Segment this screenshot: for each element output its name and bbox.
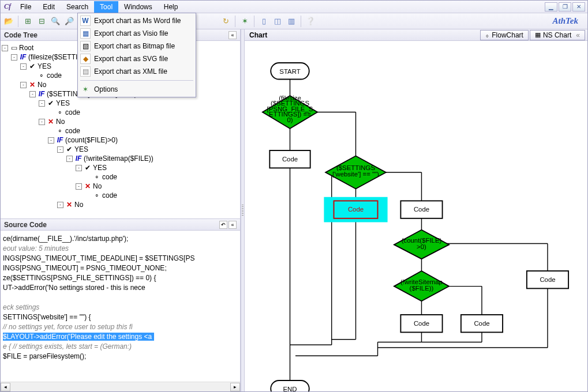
svg-text:START: START [279,68,300,75]
horizontal-scrollbar[interactable]: ◂ ▸ [1,382,240,391]
x-icon: ✕ [28,80,36,89]
scroll-right-button[interactable]: ▸ [230,383,240,391]
expander-icon[interactable]: - [57,202,63,208]
menu-options[interactable]: ✶Options [78,83,196,96]
menu-export-bitmap[interactable]: ▧Export chart as Bitmap file [78,40,196,52]
tree-row[interactable]: ∘code [2,126,239,135]
tree-row[interactable]: -✕No [2,200,239,209]
menu-item-label: Export chart as Bitmap file [94,42,175,50]
open-icon[interactable]: 📂 [3,16,14,27]
menu-item-label: Export chart as XML file [94,67,167,76]
help-icon[interactable]: ❔ [305,16,316,27]
chart-canvas[interactable]: START (filesize ($SETTINGS [PSNG_FILE_S … [245,41,587,391]
expander-icon[interactable]: - [39,119,45,125]
check-icon: ✔ [47,99,55,108]
pane-collapse-button[interactable]: « [229,31,237,39]
refresh-icon[interactable]: ↻ [220,16,231,27]
if-icon: IF [38,89,46,99]
expander-icon[interactable]: - [48,137,54,144]
tree-label: (count($FILE)>0) [65,135,118,145]
svg-text:Code: Code [348,206,364,213]
vertical-splitter[interactable] [241,29,245,391]
tab-flowchart[interactable]: ⬨FlowChart [480,30,529,40]
expander-icon[interactable]: - [2,45,8,51]
expander-icon[interactable]: - [76,165,82,171]
tree-row[interactable]: ∘code [2,191,239,200]
brand-label: AthTek [553,16,585,26]
chart-pane-title: Chart [245,31,267,39]
settings-icon[interactable]: ✶ [239,16,250,27]
tree-row[interactable]: -✔YES [2,99,239,108]
expander-icon[interactable]: - [66,156,73,162]
tree-row[interactable]: -✕No [2,182,239,191]
scroll-left-button[interactable]: ◂ [1,383,10,391]
tool-menu-dropdown: WExport chart as Ms Word file ▦Export ch… [77,13,196,97]
tab-label: FlowChart [492,31,523,39]
tree-label: (!writeSitemap($FILE)) [84,154,153,163]
layout2-icon[interactable]: ◫ [272,16,283,27]
menu-export-svg[interactable]: ◆Export chart as SVG file [78,52,196,65]
pane-collapse-button[interactable]: « [229,221,237,229]
layout3-icon[interactable]: ▥ [286,16,297,27]
expand-icon[interactable]: ⊞ [22,16,33,27]
zoom-in-icon[interactable]: 🔍 [50,16,61,27]
menu-edit[interactable]: Edit [37,1,61,13]
tree-row[interactable]: -IF(!writeSitemap($FILE)) [2,154,239,163]
check-icon: ✔ [65,145,73,154]
app-icon: Cf [3,2,12,12]
tree-row[interactable]: -✕No [2,117,239,126]
collapse-icon[interactable]: ⊟ [36,16,47,27]
menu-tool[interactable]: Tool [94,1,118,13]
menu-file[interactable]: File [14,1,37,13]
tree-label: No [38,80,46,89]
layout1-icon[interactable]: ▯ [258,16,269,27]
expander-icon[interactable]: - [29,91,36,97]
zoom-out-icon[interactable]: 🔎 [63,16,75,27]
menu-item-label: Export chart as SVG file [94,55,168,63]
svg-text:(!writeSitemap: (!writeSitemap [400,278,443,285]
svg-text:Code: Code [540,276,555,283]
menu-export-visio[interactable]: ▦Export chart as Visio file [78,27,196,40]
tree-label: YES [56,99,70,108]
tree-row[interactable]: -IF(count($FILE)>0) [2,135,239,145]
window-close-button[interactable]: ✕ [572,2,585,12]
expander-icon[interactable]: - [39,100,45,107]
tree-row[interactable]: ∘code [2,172,239,182]
svg-text:>0): >0) [417,243,426,250]
expander-icon[interactable]: - [76,183,82,190]
tree-label: code [47,71,62,80]
menu-export-word[interactable]: WExport chart as Ms Word file [78,14,196,27]
menubar: Cf File Edit Search Tool Windows Help ▁ … [1,1,587,13]
root-icon: ▭ [10,43,18,52]
pane-title: Code Tree [4,31,38,39]
svg-text:0): 0) [287,116,293,123]
menu-search[interactable]: Search [61,1,94,13]
window-minimize-button[interactable]: ▁ [545,2,557,12]
dot-icon: ∘ [93,191,101,200]
source-code-body[interactable]: ce(dirname(__FILE__).'/inc/startup.php')… [1,231,240,382]
check-icon: ✔ [28,62,36,71]
pane-undo-button[interactable]: ↶ [219,221,227,229]
expander-icon[interactable]: - [11,54,17,61]
tree-row[interactable]: -✔YES [2,145,239,154]
menu-help[interactable]: Help [158,1,184,13]
x-icon: ✕ [65,200,73,209]
expander-icon[interactable]: - [20,63,27,70]
check-icon: ✔ [84,163,92,172]
tree-row[interactable]: ∘code [2,108,239,117]
tree-label: YES [38,62,51,71]
tab-nschart[interactable]: ▦NS Chart« [530,30,585,40]
nschart-icon: ▦ [535,31,541,39]
menu-windows[interactable]: Windows [118,1,158,13]
if-icon: IF [56,135,64,145]
tree-label: Root [19,43,33,52]
tree-label: code [102,172,117,182]
expander-icon[interactable]: - [57,146,63,153]
x-icon: ✕ [84,182,92,191]
expander-icon[interactable]: - [20,82,27,88]
svg-text:END: END [283,386,297,391]
menu-export-xml[interactable]: ▤Export chart as XML file [78,65,196,78]
tree-row[interactable]: -✔YES [2,163,239,172]
svg-text:Code: Code [282,156,298,163]
window-restore-button[interactable]: ❐ [559,2,571,12]
